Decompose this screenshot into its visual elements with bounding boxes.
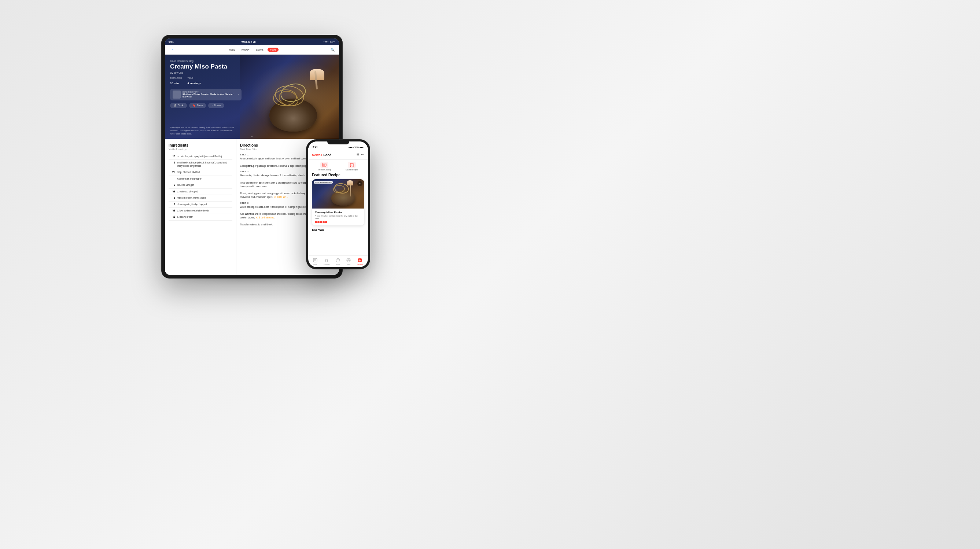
- tab-sports[interactable]: Sports: [254, 48, 266, 52]
- nav-favorites[interactable]: Favorites: [324, 258, 329, 265]
- nav-following-label: Following: [357, 264, 363, 265]
- more-options-icon[interactable]: •••: [361, 153, 364, 156]
- tablet-date: Wed Jun 28: [242, 41, 256, 43]
- tablet-battery: 100%: [330, 41, 335, 43]
- ing-name-9: c. low-sodium vegetable broth: [177, 209, 208, 212]
- svg-point-7: [336, 258, 340, 262]
- tab-saved-recipes[interactable]: Saved Recipes: [339, 162, 365, 171]
- search-icon[interactable]: 🔍: [331, 48, 335, 52]
- ing-qty-5: 2: [169, 184, 175, 186]
- back-button[interactable]: ‹: [172, 48, 173, 51]
- phone-time: 9:41: [313, 146, 318, 148]
- scene: 9:41 Wed Jun 28 ●●●● 100% ‹ Today News+ …: [0, 0, 980, 549]
- favorites-icon: [325, 258, 329, 263]
- ingredient-row: ⅓ c. walnuts, chopped: [169, 189, 232, 195]
- phone-wifi-icon: WiFi: [355, 146, 359, 148]
- phone: 9:41 ●●●● WiFi ■■■ News+ Food ⊞ •••: [306, 139, 370, 269]
- ing-qty-9: ⅓: [169, 209, 175, 212]
- news-icon: [313, 258, 317, 263]
- card-fork: [350, 185, 351, 196]
- nav-sports[interactable]: Sports: [336, 258, 340, 265]
- tablet-nav: ‹ Today News+ Sports Food 🔍: [165, 45, 339, 55]
- ing-qty-8: 2: [169, 203, 175, 205]
- grid-icon[interactable]: ⊞: [356, 153, 359, 156]
- ing-name-10: c. heavy cream: [177, 215, 193, 218]
- featured-card-info: Creamy Miso Pasta A cold-weather comfort…: [312, 208, 364, 225]
- phone-bottom-nav: News Favorites: [308, 255, 368, 267]
- ing-qty-1: 10: [169, 155, 175, 158]
- star-3: [320, 221, 322, 223]
- ing-name-6: c. walnuts, chopped: [177, 190, 198, 193]
- star-1: [315, 221, 317, 223]
- share-button[interactable]: ↑ Share: [208, 103, 224, 108]
- card-fork-hand: [347, 180, 354, 197]
- rating-stars: [315, 221, 361, 223]
- tab-food[interactable]: Food: [267, 48, 278, 52]
- ingredient-row: ⅓ c. low-sodium vegetable broth: [169, 208, 232, 214]
- for-you-heading: For You: [312, 228, 364, 232]
- phone-notch: [327, 142, 349, 145]
- ing-qty-6: ⅓: [169, 190, 175, 193]
- phone-tabs: Recipe Catalog Saved Recipes: [308, 160, 368, 173]
- featured-recipe-heading: Featured Recipe: [312, 173, 364, 177]
- recipe-catalog-label: Recipe Catalog: [318, 169, 331, 171]
- ingredient-row: 2 tsp. rice vinegar: [169, 182, 232, 188]
- edit-icon: ✏: [359, 183, 361, 185]
- tab-newsplus[interactable]: News+: [239, 48, 252, 52]
- ing-name-5: tsp. rice vinegar: [177, 184, 194, 186]
- ing-qty-7: 1: [169, 196, 175, 199]
- nav-sports-label: Sports: [336, 264, 340, 265]
- card-pasta-visual: [329, 182, 359, 205]
- card-strand-1: [334, 182, 350, 195]
- ing-name-4: Kosher salt and pepper: [177, 177, 202, 180]
- scroll-indicator: ⌄: [251, 135, 253, 138]
- star-5: [325, 221, 327, 223]
- ingredients-title: Ingredients: [169, 143, 232, 147]
- saved-recipes-icon: [348, 162, 356, 168]
- saved-recipes-label: Saved Recipes: [345, 169, 358, 171]
- ingredients-subtitle: Yields 4 servings: [169, 148, 232, 151]
- save-icon: 🔖: [192, 104, 196, 107]
- apple-logo: News+: [312, 153, 323, 157]
- phone-header: News+ Food ⊞ •••: [308, 150, 368, 160]
- save-button[interactable]: 🔖 Save: [189, 103, 206, 108]
- ingredient-row: 10 oz. whole-grain spaghetti (we used Ba…: [169, 154, 232, 160]
- featured-recipe-card[interactable]: GOOD HOUSEKEEPING ✏ Creamy Miso Pasta A …: [312, 179, 364, 225]
- tab-recipe-catalog[interactable]: Recipe Catalog: [312, 162, 337, 171]
- cook-button[interactable]: 🍴 Cook: [170, 103, 187, 108]
- share-icon: ↑: [212, 104, 213, 107]
- hero-meta: TOTAL TIME 35 min YIELD 4 servings: [170, 77, 242, 86]
- story-card[interactable]: READ THE STORY 30-Minute Winter Comfort …: [170, 89, 242, 100]
- tablet-status-bar: 9:41 Wed Jun 28 ●●●● 100%: [165, 38, 339, 45]
- cook-icon: 🍴: [173, 104, 177, 107]
- ing-name-7: medium onion, thinly sliced: [177, 196, 205, 199]
- phone-battery-icon: ■■■: [360, 146, 364, 148]
- hand: [310, 69, 325, 80]
- pasta-tangle: [271, 84, 315, 113]
- ingredient-row: Kosher salt and pepper: [169, 176, 232, 182]
- ing-name-1: oz. whole-grain spaghetti (we used Baril…: [177, 155, 222, 158]
- tablet-time: 9:41: [169, 41, 174, 43]
- story-text: READ THE STORY 30-Minute Winter Comfort …: [183, 91, 236, 98]
- ing-name-2: small red cabbage (about 2 pounds), core…: [177, 161, 232, 167]
- ing-name-3: tbsp. olive oil, divided: [177, 171, 200, 174]
- nav-audio[interactable]: Audio: [346, 258, 351, 265]
- card-edit-button[interactable]: ✏: [357, 181, 363, 186]
- story-thumb: [173, 91, 181, 99]
- hero-title: Creamy Miso Pasta: [170, 64, 242, 70]
- ingredient-row: ⅓ c. heavy cream: [169, 214, 232, 220]
- ingredients-panel: Ingredients Yields 4 servings 10 oz. who…: [165, 139, 236, 275]
- nav-audio-label: Audio: [347, 264, 350, 265]
- phone-screen: 9:41 ●●●● WiFi ■■■ News+ Food ⊞ •••: [308, 142, 368, 267]
- phone-app-title: News+ Food: [312, 151, 331, 158]
- pasta-visual: [262, 69, 328, 135]
- nav-following[interactable]: Following: [357, 258, 363, 265]
- sports-icon: [336, 258, 340, 263]
- star-4: [323, 221, 325, 223]
- svg-point-10: [348, 260, 349, 261]
- tab-today[interactable]: Today: [225, 48, 237, 52]
- phone-content: Featured Recipe: [308, 173, 368, 255]
- phone-status-icons: ●●●● WiFi ■■■: [348, 146, 364, 148]
- card-hand: [347, 180, 353, 185]
- nav-news[interactable]: News: [313, 258, 317, 265]
